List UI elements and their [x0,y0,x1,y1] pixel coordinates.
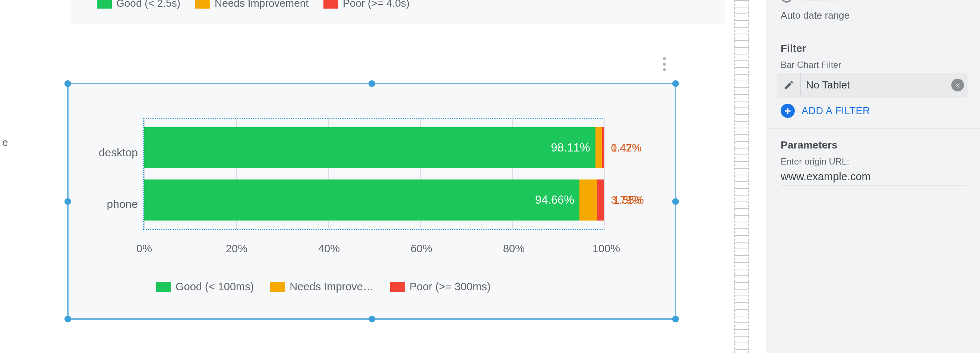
filter-chip-label: No Tablet [801,79,948,91]
resize-handle-mr[interactable] [672,198,679,205]
radio-label: Custom [799,0,837,3]
legend-top: Good (< 2.5s) Needs Improvement Poor (>=… [97,0,409,9]
swatch-red [323,0,338,9]
filter-section: Filter Bar Chart Filter No Tablet + ADD … [768,32,980,128]
row-label-desktop: desktop [71,146,138,159]
resize-handle-bm[interactable] [369,316,375,323]
swatch-green [156,282,171,292]
legend-item-needs: Needs Improve… [270,281,374,293]
parameters-section: Parameters Enter origin URL: www.example… [768,128,980,196]
filter-sub: Bar Chart Filter [781,60,967,70]
bar-phone-needs [579,179,597,220]
chart-plot-area: 98.11% 0.42%1.47% 94.66% 3.79%1.55% [143,118,605,230]
radio-option-custom[interactable]: Custom [781,0,967,3]
bar-phone-good: 94.66% [144,179,579,220]
origin-url-input[interactable]: www.example.com [781,171,967,185]
resize-handle-br[interactable] [672,316,679,323]
axis-tick-60: 60% [410,243,432,255]
swatch-red [390,282,405,292]
resize-handle-ml[interactable] [64,198,71,205]
legend-text: Good (< 100ms) [175,281,254,293]
swatch-green [97,0,112,9]
data-label-out: 3.79%1.55% [611,194,642,206]
legend-text: Poor (>= 4.0s) [343,0,409,9]
resize-handle-tm[interactable] [369,80,375,87]
axis-tick-80: 80% [503,243,525,255]
axis-tick-40: 40% [318,243,340,255]
legend-bottom: Good (< 100ms) Needs Improve… Poor (>= 3… [156,281,491,293]
selected-chart-card[interactable]: desktop phone 98.11% 0.42%1.47% 94.66% [67,83,676,320]
date-range-section: Custom Auto date range [768,0,980,32]
more-vert-icon[interactable] [658,55,671,73]
pencil-icon [783,80,794,91]
swatch-orange [270,282,285,292]
close-icon [951,79,964,91]
legend-text: Good (< 2.5s) [116,0,180,9]
axis-tick-0: 0% [136,243,152,255]
cropped-page-text: e [2,137,8,149]
row-label-phone: phone [71,198,138,211]
bar-phone-poor [597,179,604,220]
axis-tick-20: 20% [226,243,247,255]
legend-item-poor: Poor (>= 300ms) [390,281,491,293]
canvas-ruler [734,0,749,353]
legend-text: Needs Improvement [215,0,309,9]
bar-desktop-good: 98.11% [144,127,595,168]
data-label: 94.66% [535,193,574,207]
legend-text: Needs Improve… [290,281,374,293]
axis-tick-100: 100% [592,243,620,255]
legend-item-needs: Needs Improvement [195,0,309,9]
edit-filter-button[interactable] [777,73,801,97]
legend-item-poor: Poor (>= 4.0s) [323,0,409,9]
filter-chip[interactable]: No Tablet [777,73,967,97]
bar-desktop-needs [595,127,602,168]
resize-handle-tl[interactable] [64,80,71,87]
resize-handle-tr[interactable] [672,80,679,87]
gridline-100 [604,118,605,230]
parameters-sub: Enter origin URL: [781,157,967,167]
bar-desktop-poor [602,127,604,168]
bar-row-phone: 94.66% 3.79%1.55% [144,179,604,220]
plus-icon: + [781,104,795,118]
data-label: 98.11% [551,141,590,155]
data-label-out: 0.42%1.47% [611,142,642,154]
legend-item-good: Good (< 100ms) [156,281,254,293]
swatch-orange [195,0,210,9]
remove-filter-button[interactable] [948,75,967,95]
radio-icon [781,0,792,3]
resize-handle-bl[interactable] [64,316,71,323]
bar-row-desktop: 98.11% 0.42%1.47% [144,127,604,168]
legend-item-good: Good (< 2.5s) [97,0,180,9]
auto-date-range-label: Auto date range [781,10,967,21]
add-filter-label: ADD A FILTER [802,105,870,117]
filter-title: Filter [781,43,967,54]
add-filter-button[interactable]: + ADD A FILTER [781,104,967,118]
properties-panel: Custom Auto date range Filter Bar Chart … [768,0,980,353]
parameters-title: Parameters [781,139,967,151]
previous-chart-card: Good (< 2.5s) Needs Improvement Poor (>=… [71,0,725,24]
legend-text: Poor (>= 300ms) [409,281,491,293]
